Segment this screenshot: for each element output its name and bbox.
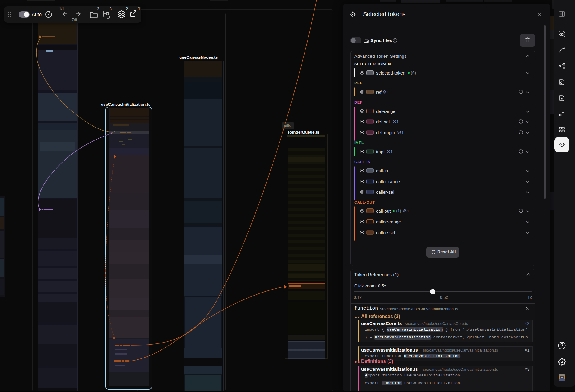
svg-text:3: 3 <box>110 7 112 11</box>
svg-text:1: 1 <box>138 7 140 11</box>
svg-text:2: 2 <box>126 7 128 11</box>
svg-text:7/9: 7/9 <box>72 18 77 22</box>
svg-text:Auto: Auto <box>32 12 42 17</box>
svg-text:1/1: 1/1 <box>59 7 64 11</box>
svg-text:3: 3 <box>97 7 99 11</box>
